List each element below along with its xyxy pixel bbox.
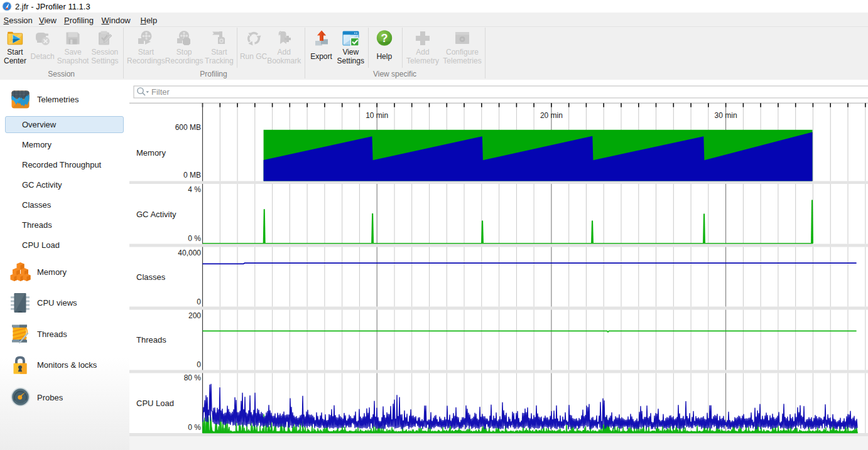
svg-text:CPU Load: CPU Load [136,399,174,408]
svg-text:Classes: Classes [136,272,166,282]
svg-text:Threads: Threads [136,335,166,345]
svg-text:80 %: 80 % [184,373,202,382]
svg-text:0: 0 [197,360,201,369]
svg-text:0 MB: 0 MB [183,171,201,179]
svg-text:0 %: 0 % [188,234,201,243]
svg-text:0 %: 0 % [188,423,201,432]
svg-text:10 min: 10 min [366,111,388,120]
svg-text:40,000: 40,000 [178,249,201,257]
svg-text:200: 200 [188,311,201,320]
svg-text:Memory: Memory [136,148,166,158]
svg-text:GC Activity: GC Activity [136,210,176,219]
svg-text:30 min: 30 min [715,111,737,120]
svg-text:600 MB: 600 MB [175,123,201,132]
svg-text:4 %: 4 % [188,185,201,194]
svg-text:20 min: 20 min [540,111,563,120]
svg-text:Filter: Filter [151,87,170,97]
svg-text:?: ? [381,32,388,45]
svg-text:0: 0 [197,297,201,306]
